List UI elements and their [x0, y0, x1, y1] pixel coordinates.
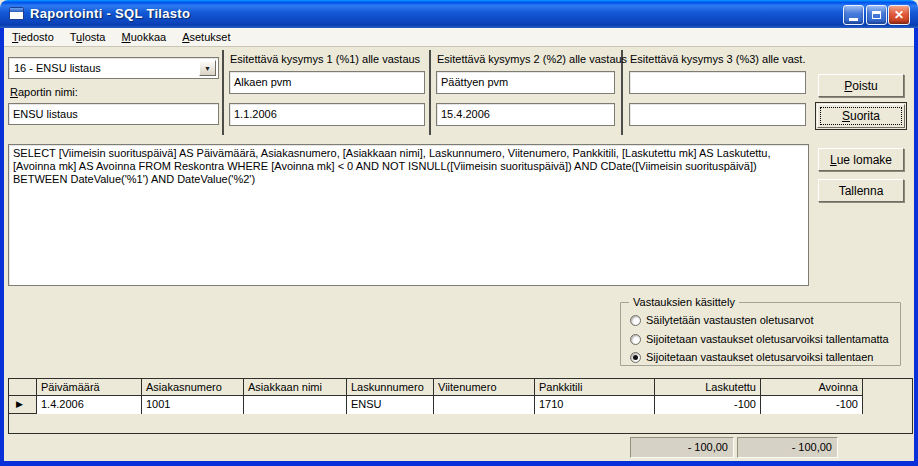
radio-set-defaults-no-save[interactable]: Sijoitetaan vastaukset oletusarvoiksi ta… [630, 333, 889, 345]
total-avoinna-field: - 100,00 [737, 437, 838, 458]
grid-header-paivamaara[interactable]: Päivämäärä [37, 379, 142, 396]
minimize-button[interactable] [843, 5, 864, 25]
close-button[interactable]: ✕ [888, 5, 910, 25]
tallenna-button[interactable]: Tallenna [818, 179, 904, 202]
report-name-input[interactable]: ENSU listaus [8, 103, 219, 125]
grid-header-selector [9, 379, 37, 396]
grid-cell-paivamaara[interactable]: 1.4.2006 [37, 396, 142, 414]
radio-icon[interactable] [630, 334, 641, 345]
suorita-button[interactable]: Suorita [815, 102, 907, 130]
sql-query-textarea[interactable]: SELECT [Viimeisin suorituspäivä] AS Päiv… [8, 144, 809, 286]
lue-lomake-button[interactable]: Lue lomake [818, 148, 904, 171]
window-title: Raportointi - SQL Tilasto [30, 0, 190, 28]
poistu-button[interactable]: Poistu [818, 74, 904, 97]
maximize-icon [872, 11, 881, 19]
app-window: Raportointi - SQL Tilasto ✕ Tiedosto Tul… [0, 0, 918, 466]
results-datagrid: Päivämäärä Asiakasnumero Asiakkaan nimi … [8, 378, 913, 434]
window-border [914, 28, 918, 461]
grid-header-laskunnumero[interactable]: Laskunnumero [347, 379, 434, 396]
minimize-icon [849, 18, 858, 21]
titlebar: Raportointi - SQL Tilasto ✕ [0, 0, 918, 28]
total-laskutettu-field: - 100,00 [630, 437, 734, 458]
answers-handling-title: Vastauksien käsittely [629, 296, 739, 308]
question2-text-input[interactable]: Päättyen pvm [436, 71, 615, 94]
window-border [0, 461, 918, 466]
question2-answer-input[interactable]: 15.4.2006 [436, 103, 615, 126]
grid-cell-laskutettu[interactable]: -100 [655, 396, 761, 414]
chevron-down-icon[interactable]: ▼ [199, 60, 216, 76]
radio-icon[interactable] [630, 352, 641, 363]
grid-header-asiakkaan-nimi[interactable]: Asiakkaan nimi [244, 379, 347, 396]
menu-tulosta[interactable]: Tulosta [62, 30, 114, 45]
grid-cell-asiakkaan-nimi[interactable] [244, 396, 347, 414]
menu-muokkaa[interactable]: Muokkaa [113, 30, 174, 45]
grid-header-viitenumero[interactable]: Viitenumero [434, 379, 535, 396]
grid-data-row[interactable]: ▶ 1.4.2006 1001 ENSU 1710 -100 -100 [9, 396, 912, 414]
grid-header-pankkitili[interactable]: Pankkitili [535, 379, 655, 396]
grid-header-row: Päivämäärä Asiakasnumero Asiakkaan nimi … [9, 379, 912, 396]
maximize-button[interactable] [866, 5, 887, 25]
grid-cell-viitenumero[interactable] [434, 396, 535, 414]
grid-cell-asiakasnumero[interactable]: 1001 [142, 396, 244, 414]
question3-label: Esitettävä kysymys 3 (%3) alle vast. [630, 53, 805, 65]
question1-answer-input[interactable]: 1.1.2006 [229, 103, 425, 126]
report-selector-value: 16 - ENSU listaus [14, 61, 101, 76]
radio-set-defaults-save[interactable]: Sijoitetaan vastaukset oletusarvoiksi ta… [630, 351, 873, 363]
question1-label: Esitettävä kysymys 1 (%1) alle vastaus [230, 53, 420, 65]
question3-text-input[interactable] [629, 71, 806, 94]
radio-icon[interactable] [630, 315, 641, 326]
menu-tiedosto[interactable]: Tiedosto [4, 30, 62, 45]
grid-cell-pankkitili[interactable]: 1710 [535, 396, 655, 414]
report-name-label: Raportin nimi: [10, 86, 78, 98]
form-icon [9, 7, 24, 20]
question3-answer-input[interactable] [629, 103, 806, 126]
menu-asetukset[interactable]: Asetukset [174, 30, 238, 45]
menubar: Tiedosto Tulosta Muokkaa Asetukset [4, 28, 914, 47]
grid-header-asiakasnumero[interactable]: Asiakasnumero [142, 379, 244, 396]
separator-line [222, 50, 224, 135]
question1-text-input[interactable]: Alkaen pvm [229, 71, 425, 94]
close-icon: ✕ [894, 8, 904, 22]
report-selector-combobox[interactable]: 16 - ENSU listaus ▼ [8, 57, 219, 79]
window-border [0, 28, 4, 461]
radio-keep-defaults[interactable]: Säilytetään vastausten oletusarvot [630, 314, 814, 326]
grid-cell-avoinna[interactable]: -100 [761, 396, 863, 414]
answers-handling-groupbox: Vastauksien käsittely Säilytetään vastau… [620, 302, 901, 366]
separator-line [429, 50, 431, 135]
grid-header-laskutettu[interactable]: Laskutettu [655, 379, 761, 396]
question2-label: Esitettävä kysymys 2 (%2) alle vastaus [437, 53, 627, 65]
grid-cell-laskunnumero[interactable]: ENSU [347, 396, 434, 414]
grid-header-avoinna[interactable]: Avoinna [761, 379, 863, 396]
record-arrow-icon[interactable]: ▶ [9, 396, 37, 414]
